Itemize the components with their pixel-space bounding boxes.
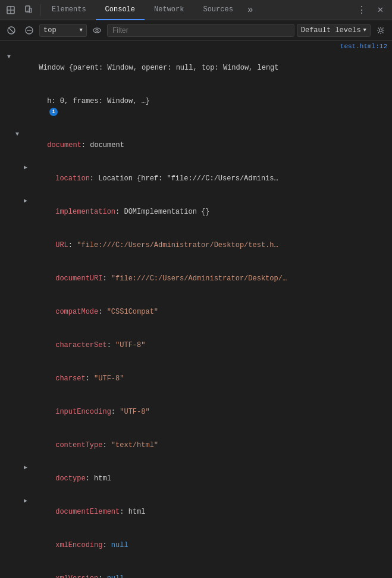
clear-console-button[interactable]: [4, 23, 19, 38]
context-selector[interactable]: top ▼: [39, 24, 87, 37]
inspect-element-button[interactable]: [2, 2, 19, 18]
log-line: compatMode: "CSS1Compat": [0, 295, 392, 329]
log-line: inputEncoding: "UTF-8": [0, 395, 392, 429]
info-badge[interactable]: i: [49, 108, 58, 116]
toolbar-right: ⋮ ✕: [353, 2, 392, 18]
close-icon: ✕: [377, 5, 384, 14]
close-devtools-button[interactable]: ✕: [372, 2, 388, 18]
tab-elements[interactable]: Elements: [42, 0, 96, 20]
log-line: location: Location {href: "file:///C:/Us…: [0, 162, 392, 195]
chevron-down-icon: ▼: [80, 27, 83, 33]
log-line: h: 0, frames: Window, …} i: [0, 85, 392, 129]
device-toolbar-button[interactable]: [20, 2, 37, 18]
filter-input[interactable]: [107, 24, 294, 37]
log-line: URL: "file:///C:/Users/Administrator/Des…: [0, 229, 392, 262]
log-line: implementation: DOMImplementation {}: [0, 195, 392, 229]
log-line: document: document: [0, 129, 392, 162]
vertical-dots-icon: ⋮: [357, 4, 366, 15]
tab-sources[interactable]: Sources: [193, 0, 242, 20]
no-entry-button[interactable]: [21, 23, 37, 38]
svg-point-12: [380, 29, 382, 32]
svg-rect-4: [29, 8, 32, 13]
level-selector[interactable]: Default levels ▼: [297, 24, 371, 37]
svg-point-11: [96, 29, 98, 32]
tab-console[interactable]: Console: [96, 0, 145, 20]
expand-arrow[interactable]: [21, 163, 30, 173]
more-options-button[interactable]: ⋮: [353, 2, 369, 18]
log-line: documentElement: html: [0, 495, 392, 529]
svg-line-7: [9, 28, 14, 33]
settings-button[interactable]: [373, 23, 388, 38]
console-output[interactable]: test.html:12 Window {parent: Window, ope…: [0, 40, 392, 578]
expand-arrow[interactable]: [21, 496, 30, 507]
log-line: xmlVersion: null: [0, 562, 392, 578]
second-toolbar: top ▼ Default levels ▼: [0, 20, 392, 40]
log-line: contentType: "text/html": [0, 429, 392, 462]
toolbar-icons: [0, 2, 39, 18]
svg-point-5: [27, 10, 29, 11]
log-line: Window {parent: Window, opener: null, to…: [0, 51, 392, 85]
expand-arrow[interactable]: [13, 129, 21, 140]
tab-network[interactable]: Network: [145, 0, 193, 20]
log-line: charset: "UTF-8": [0, 362, 392, 395]
more-tabs-button[interactable]: »: [243, 0, 258, 20]
svg-point-10: [93, 28, 101, 33]
log-line: characterSet: "UTF-8": [0, 329, 392, 362]
expand-arrow[interactable]: [21, 196, 30, 207]
expand-arrow[interactable]: [21, 463, 30, 473]
log-line: documentURI: "file:///C:/Users/Administr…: [0, 262, 392, 295]
top-toolbar: Elements Console Network Sources » ⋮ ✕: [0, 0, 392, 20]
file-reference: test.html:12: [0, 40, 392, 51]
tab-bar: Elements Console Network Sources »: [42, 0, 258, 20]
toolbar-divider: [40, 4, 41, 16]
log-line: doctype: html: [0, 462, 392, 495]
expand-arrow[interactable]: [5, 52, 13, 63]
chevron-down-icon-levels: ▼: [363, 27, 366, 33]
eye-button[interactable]: [89, 23, 105, 38]
log-line: xmlEncoding: null: [0, 529, 392, 562]
